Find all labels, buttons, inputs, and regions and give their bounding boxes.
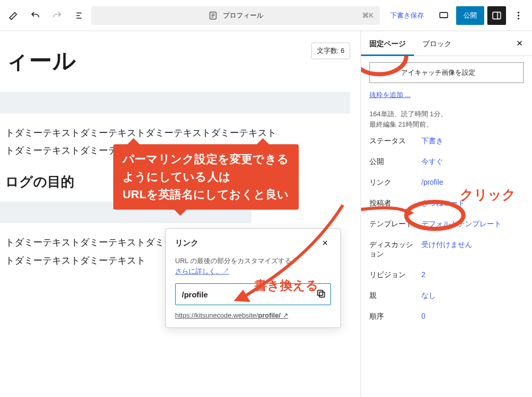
preview-icon[interactable]	[434, 6, 453, 25]
svg-rect-7	[317, 290, 323, 295]
add-excerpt-link[interactable]: 抜粋を追加 ...	[369, 90, 524, 100]
row-publish-key: 公開	[369, 157, 416, 167]
tab-block[interactable]: ブロック	[414, 31, 460, 56]
popover-description: URL の最後の部分をカスタマイズする。	[175, 256, 331, 266]
document-properties: ステータス 下書き 公開 今すぐ リンク /profile 投稿者 きつねコード…	[369, 136, 524, 321]
settings-sidebar: 固定ページ ブロック × アイキャッチ画像を設定 抜粋を追加 ... 164単語…	[361, 31, 532, 397]
row-template-value[interactable]: デフォルトテンプレート	[421, 220, 524, 229]
document-stats: 164単語、読了時間 1分。 最終編集 21時間前。	[369, 109, 524, 129]
block-placeholder[interactable]	[0, 92, 350, 114]
editor-canvas[interactable]: 文字数: 6 ィール トダミーテキストダミーテキストダミーテキストダミーテキスト…	[0, 31, 361, 397]
page-icon	[208, 11, 218, 20]
row-revision-key: リビジョン	[369, 270, 416, 280]
editor-workspace: 文字数: 6 ィール トダミーテキストダミーテキストダミーテキストダミーテキスト…	[0, 31, 532, 397]
row-parent-value[interactable]: なし	[421, 291, 524, 300]
popover-title: リンク	[175, 238, 198, 248]
row-discussion-value[interactable]: 受け付けません	[421, 240, 524, 250]
close-icon[interactable]: ×	[319, 237, 331, 249]
svg-rect-6	[320, 292, 325, 297]
row-revision-value[interactable]: 2	[421, 270, 524, 279]
svg-point-4	[517, 15, 519, 16]
heading-block[interactable]: ログの目的	[5, 173, 350, 191]
row-status-value[interactable]: 下書き	[421, 136, 524, 146]
sidebar-tabs: 固定ページ ブロック ×	[361, 31, 532, 56]
slug-input[interactable]	[181, 290, 313, 299]
copy-icon[interactable]	[313, 288, 325, 300]
row-author-value[interactable]: きつねコード	[421, 199, 524, 208]
settings-sidebar-toggle[interactable]	[487, 6, 506, 25]
page-title[interactable]: ィール	[5, 46, 350, 76]
close-icon[interactable]: ×	[510, 34, 529, 53]
undo-icon[interactable]	[26, 6, 45, 25]
row-order-value[interactable]: 0	[421, 312, 524, 320]
paragraph-block[interactable]: トダミーテキストダミーテキストダミーテキストダミーテキスト トダミーテキストダミ…	[5, 124, 355, 159]
document-title: プロフィール	[223, 11, 263, 20]
more-options-icon[interactable]	[509, 6, 528, 25]
word-count-badge: 文字数: 6	[311, 43, 350, 59]
kbd-shortcut: ⌘K	[362, 11, 374, 19]
editor-top-bar: プロフィール ⌘K 下書き保存 公開	[0, 0, 532, 31]
row-publish-value[interactable]: 今すぐ	[421, 157, 524, 167]
svg-point-3	[517, 11, 519, 13]
edit-icon[interactable]	[4, 6, 23, 25]
document-title-bar[interactable]: プロフィール ⌘K	[91, 6, 380, 25]
learn-more-link[interactable]: さらに詳しく。↗	[175, 267, 229, 275]
svg-rect-2	[493, 12, 501, 19]
row-status-key: ステータス	[369, 136, 416, 146]
set-featured-image-button[interactable]: アイキャッチ画像を設定	[369, 62, 524, 83]
document-outline-icon[interactable]	[70, 6, 88, 25]
row-order-key: 順序	[369, 312, 416, 321]
row-link-value[interactable]: /profile	[421, 178, 524, 186]
svg-rect-1	[440, 12, 448, 18]
redo-icon[interactable]	[48, 6, 66, 25]
row-author-key: 投稿者	[369, 199, 416, 208]
slug-input-wrapper	[175, 283, 331, 305]
permalink-preview[interactable]: https://kitsunecode.website/profile/ ↗	[175, 311, 331, 319]
row-parent-key: 親	[369, 291, 416, 300]
svg-point-5	[517, 18, 519, 19]
permalink-popover: リンク × URL の最後の部分をカスタマイズする。 さらに詳しく。↗ http…	[165, 228, 341, 328]
tab-page[interactable]: 固定ページ	[361, 31, 414, 56]
block-placeholder[interactable]	[0, 201, 251, 223]
row-link-key: リンク	[369, 178, 416, 187]
row-discussion-key: ディスカッション	[369, 240, 416, 259]
row-template-key: テンプレート	[369, 220, 416, 229]
save-draft-button[interactable]: 下書き保存	[383, 11, 431, 20]
publish-button[interactable]: 公開	[456, 6, 484, 25]
